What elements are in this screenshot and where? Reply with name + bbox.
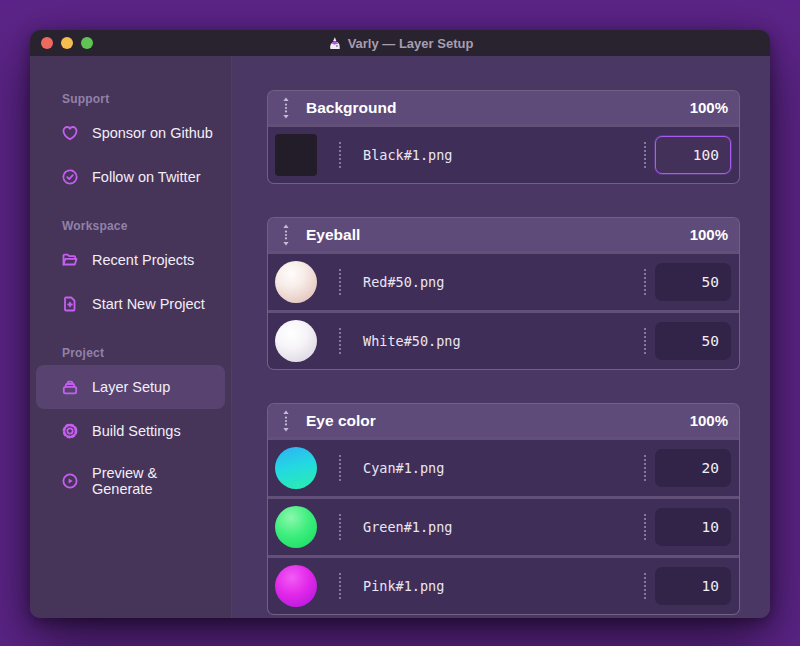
layer-filename: Green#1.png <box>363 519 452 535</box>
layer-row[interactable]: Green#1.png <box>268 499 739 555</box>
layer-opacity-input[interactable] <box>655 508 731 546</box>
divider <box>339 142 341 168</box>
sidebar-item-start-new-project[interactable]: Start New Project <box>36 282 225 326</box>
group-title: Eyeball <box>306 226 360 244</box>
layer-thumbnail-white <box>275 320 317 362</box>
layer-opacity-input[interactable] <box>655 449 731 487</box>
sidebar: Support Sponsor on Github Follow on Twit… <box>30 56 232 618</box>
layers-icon <box>60 377 80 397</box>
layer-filename: Cyan#1.png <box>363 460 444 476</box>
sidebar-section-project: Project <box>62 346 215 360</box>
layer-opacity-input[interactable] <box>655 322 731 360</box>
divider <box>644 455 646 481</box>
sidebar-item-layer-setup[interactable]: Layer Setup <box>36 365 225 409</box>
heart-icon <box>60 123 80 143</box>
divider <box>644 573 646 599</box>
divider <box>339 328 341 354</box>
group-header[interactable]: Eye color 100% <box>268 404 739 437</box>
layer-filename: Pink#1.png <box>363 578 444 594</box>
sidebar-item-build-settings[interactable]: Build Settings <box>36 409 225 453</box>
layer-thumbnail-cyan <box>275 447 317 489</box>
divider <box>339 455 341 481</box>
drag-handle-icon[interactable] <box>282 410 290 432</box>
layer-row[interactable]: Black#1.png <box>268 127 739 183</box>
window-title-text: Varly — Layer Setup <box>348 36 474 51</box>
layer-opacity-input[interactable] <box>655 567 731 605</box>
sidebar-item-label: Follow on Twitter <box>92 169 201 185</box>
divider <box>339 514 341 540</box>
sidebar-item-recent-projects[interactable]: Recent Projects <box>36 238 225 282</box>
layer-setup-panel: Background 100% Black#1.png <box>232 56 770 618</box>
divider <box>644 514 646 540</box>
sidebar-item-label: Preview & Generate <box>92 465 217 497</box>
sidebar-item-sponsor-github[interactable]: Sponsor on Github <box>36 111 225 155</box>
window-title: Varly — Layer Setup <box>30 36 770 51</box>
sidebar-item-follow-twitter[interactable]: Follow on Twitter <box>36 155 225 199</box>
sidebar-section-workspace: Workspace <box>62 219 215 233</box>
app-window: Varly — Layer Setup Support Sponsor on G… <box>30 30 770 618</box>
layer-thumbnail-black <box>275 134 317 176</box>
group-opacity: 100% <box>690 99 728 116</box>
layer-row[interactable]: Pink#1.png <box>268 558 739 614</box>
layer-filename: White#50.png <box>363 333 461 349</box>
sidebar-item-label: Layer Setup <box>92 379 170 395</box>
group-opacity: 100% <box>690 226 728 243</box>
layer-row[interactable]: White#50.png <box>268 313 739 369</box>
folder-open-icon <box>60 250 80 270</box>
layer-row[interactable]: Cyan#1.png <box>268 440 739 496</box>
layer-group-background: Background 100% Black#1.png <box>267 90 740 184</box>
layer-group-eyeball: Eyeball 100% Red#50.png White#50.png <box>267 217 740 370</box>
titlebar: Varly — Layer Setup <box>30 30 770 56</box>
group-opacity: 100% <box>690 412 728 429</box>
sidebar-item-label: Recent Projects <box>92 252 194 268</box>
layer-row[interactable]: Red#50.png <box>268 254 739 310</box>
badge-check-icon <box>60 167 80 187</box>
layer-thumbnail-pink <box>275 565 317 607</box>
unicorn-app-icon <box>327 36 342 51</box>
play-circle-icon <box>60 471 80 491</box>
group-header[interactable]: Background 100% <box>268 91 739 124</box>
sidebar-item-label: Sponsor on Github <box>92 125 213 141</box>
layer-group-eye-color: Eye color 100% Cyan#1.png Green#1.png <box>267 403 740 615</box>
drag-handle-icon[interactable] <box>282 97 290 119</box>
divider <box>339 573 341 599</box>
sidebar-item-label: Build Settings <box>92 423 181 439</box>
drag-handle-icon[interactable] <box>282 224 290 246</box>
window-body: Support Sponsor on Github Follow on Twit… <box>30 56 770 618</box>
layer-opacity-input[interactable] <box>655 136 731 174</box>
layer-thumbnail-red <box>275 261 317 303</box>
gear-icon <box>60 421 80 441</box>
layer-thumbnail-green <box>275 506 317 548</box>
file-plus-icon <box>60 294 80 314</box>
layer-filename: Red#50.png <box>363 274 444 290</box>
divider <box>644 328 646 354</box>
layer-opacity-input[interactable] <box>655 263 731 301</box>
group-title: Background <box>306 99 396 117</box>
divider <box>644 269 646 295</box>
sidebar-item-label: Start New Project <box>92 296 205 312</box>
group-title: Eye color <box>306 412 376 430</box>
layer-filename: Black#1.png <box>363 147 452 163</box>
group-header[interactable]: Eyeball 100% <box>268 218 739 251</box>
divider <box>339 269 341 295</box>
sidebar-section-support: Support <box>62 92 215 106</box>
sidebar-item-preview-generate[interactable]: Preview & Generate <box>36 453 225 509</box>
divider <box>644 142 646 168</box>
